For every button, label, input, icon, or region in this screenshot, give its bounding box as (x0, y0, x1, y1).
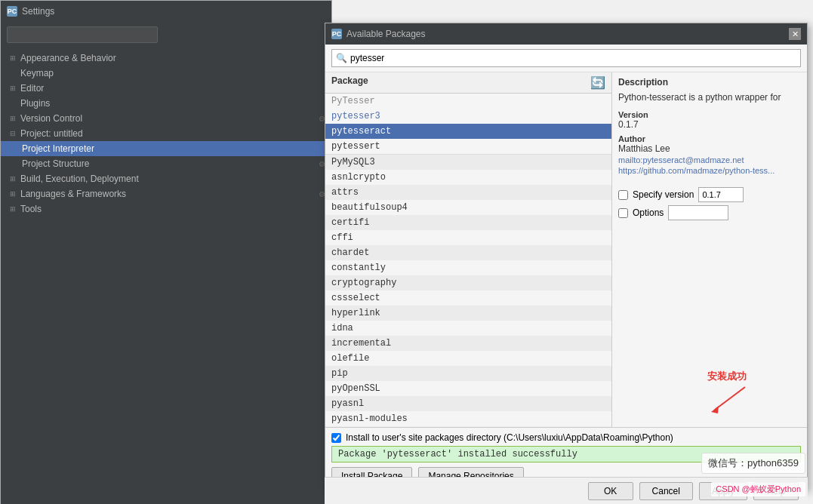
ok-button[interactable]: OK (588, 482, 633, 500)
version-value: 0.1.7 (618, 119, 801, 130)
mailto-link[interactable]: mailto:pytesseract@madmaze.net (618, 155, 801, 164)
settings-window: PC Settings ⊞ Appearance & Behavior Keym… (0, 0, 332, 504)
sidebar-item-keymap[interactable]: Keymap (1, 66, 331, 81)
list-item[interactable]: asnlcrypto (325, 170, 611, 185)
list-item-cryptography[interactable]: cryptography (325, 275, 611, 290)
list-item[interactable]: beautifulsoup4 (325, 200, 611, 215)
list-item[interactable]: olefile (325, 351, 611, 366)
available-packages-dialog: PC Available Packages ✕ 🔍 Package 🔄 PyTe… (325, 23, 808, 490)
list-item[interactable]: pyasnl-modules (325, 411, 611, 426)
pkg-item-pytesseract-selected[interactable]: pytesseract (325, 124, 611, 139)
specify-version-checkbox[interactable] (618, 190, 628, 200)
options-area: Specify version Options (618, 187, 801, 220)
list-item[interactable]: attrs (325, 185, 611, 200)
pycharm-icon: PC (7, 6, 17, 17)
sidebar-item-project-structure[interactable]: Project Structure ⚙ (1, 156, 331, 171)
options-input[interactable] (668, 205, 728, 220)
desc-text: Python-tesseract is a python wrapper for (618, 91, 801, 104)
sidebar-item-label: Languages & Frameworks (20, 189, 126, 199)
list-item[interactable]: hyperlink (325, 306, 611, 321)
package-col-header: Package (331, 75, 368, 90)
settings-title: Settings (22, 6, 54, 17)
avail-titlebar: PC Available Packages ✕ (325, 23, 807, 45)
sidebar-item-label: Project: untitled (20, 128, 83, 139)
options-label: Options (633, 207, 664, 218)
specify-version-label: Specify version (633, 189, 694, 200)
spacer-icon (10, 100, 17, 107)
pkg-item-pytesser-header: PyTesser (325, 94, 611, 109)
desc-header: Description (618, 77, 801, 88)
arrow-svg (707, 383, 753, 413)
author-label: Author (618, 134, 801, 143)
install-dir-label: Install to user's site packages director… (346, 432, 673, 443)
expand-icon: ⊞ (10, 190, 17, 198)
pycharm-icon: PC (331, 29, 342, 39)
sidebar-item-label: Keymap (20, 68, 54, 78)
watermark-line2: CSDN @蚂蚁爱Python (716, 484, 801, 493)
install-dir-row: Install to user's site packages director… (331, 432, 801, 443)
sidebar-item-appearance[interactable]: ⊞ Appearance & Behavior (1, 51, 331, 66)
pkg-item-pytesser3-link[interactable]: pytesser3 (325, 109, 611, 124)
settings-search-input[interactable] (7, 26, 158, 43)
pkg-item-pytessert[interactable]: pytessert (325, 139, 611, 154)
list-item[interactable]: cssselect (325, 290, 611, 306)
sidebar-item-label: Project Structure (22, 158, 89, 169)
sidebar-item-build[interactable]: ⊞ Build, Execution, Deployment (1, 171, 331, 186)
github-link[interactable]: https://github.com/madmaze/python-tess..… (618, 166, 801, 175)
sidebar-item-languages[interactable]: ⊞ Languages & Frameworks ⚙ (1, 186, 331, 201)
expand-icon: ⊞ (10, 115, 17, 122)
sidebar-item-label: Editor (20, 83, 44, 94)
watermark: 微信号：python6359 (701, 453, 805, 474)
list-item[interactable]: pyOpenSSL (325, 381, 611, 396)
avail-search-area: 🔍 (325, 45, 807, 72)
close-button[interactable]: ✕ (789, 28, 801, 40)
sidebar-item-label: Project Interpreter (22, 143, 94, 154)
annotation-text: 安装成功 (707, 370, 747, 382)
svg-marker-1 (711, 406, 719, 413)
list-item[interactable]: chardet (325, 245, 611, 260)
sidebar-item-label: Version Control (20, 113, 82, 124)
sidebar-item-label: Plugins (20, 98, 50, 109)
sidebar-item-plugins[interactable]: Plugins (1, 96, 331, 111)
list-item[interactable]: pyasnl (325, 396, 611, 411)
expand-icon: ⊞ (10, 205, 17, 213)
settings-titlebar: PC Settings (1, 1, 331, 22)
search-wrapper: 🔍 (331, 49, 801, 67)
package-search-input[interactable] (331, 49, 801, 67)
sidebar-item-project[interactable]: ⊟ Project: untitled (1, 126, 331, 141)
watermark-sub: CSDN @蚂蚁爱Python (711, 482, 805, 496)
sidebar-item-label: Appearance & Behavior (20, 53, 116, 63)
collapse-icon: ⊟ (10, 130, 17, 137)
list-item[interactable]: idna (325, 321, 611, 336)
package-list-scroll: PyMySQL3 asnlcrypto attrs beautifulsoup4… (325, 155, 611, 427)
refresh-icon[interactable]: 🔄 (590, 75, 605, 90)
specify-version-row: Specify version (618, 187, 801, 202)
list-item[interactable]: cffi (325, 230, 611, 245)
version-input[interactable] (698, 187, 744, 202)
cancel-button[interactable]: Cancel (639, 482, 693, 500)
list-item[interactable]: PyMySQL3 (325, 155, 611, 170)
package-list-panel: Package 🔄 PyTesser pytesser3 pytesseract… (325, 72, 612, 427)
list-item[interactable]: incremental (325, 336, 611, 351)
settings-search-area (1, 22, 331, 48)
search-icon: 🔍 (336, 53, 347, 63)
svg-line-0 (715, 387, 745, 410)
avail-dialog-title: Available Packages (346, 29, 426, 39)
annotation-area: 安装成功 (707, 370, 753, 413)
author-value: Matthias Lee (618, 143, 801, 154)
sidebar-item-version-control[interactable]: ⊞ Version Control ⚙ (1, 111, 331, 126)
options-checkbox[interactable] (618, 208, 628, 218)
expand-icon: ⊞ (10, 85, 17, 92)
list-item[interactable]: pip (325, 366, 611, 381)
sidebar-item-project-interpreter[interactable]: Project Interpreter (1, 141, 331, 156)
options-row: Options (618, 205, 801, 220)
install-dir-checkbox[interactable] (331, 433, 341, 443)
list-item[interactable]: constantly (325, 260, 611, 275)
list-item[interactable]: certifi (325, 215, 611, 230)
spacer-icon (10, 69, 17, 77)
sidebar-item-editor[interactable]: ⊞ Editor (1, 81, 331, 96)
expand-icon: ⊞ (10, 54, 17, 62)
settings-sidebar: ⊞ Appearance & Behavior Keymap ⊞ Editor … (1, 48, 331, 504)
search-results-top: PyTesser pytesser3 pytesseract pytessert (325, 94, 611, 155)
sidebar-item-tools[interactable]: ⊞ Tools (1, 201, 331, 217)
